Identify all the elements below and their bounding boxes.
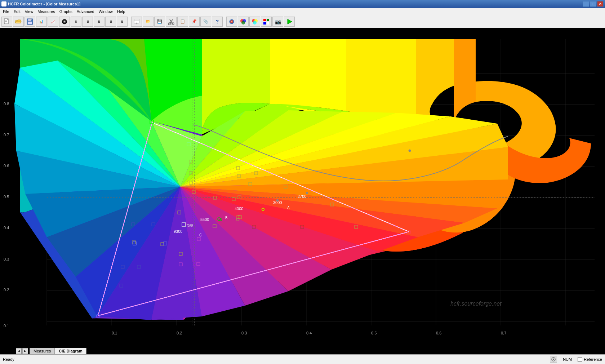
svg-text:0.7: 0.7 xyxy=(4,133,9,137)
svg-text:D65: D65 xyxy=(187,224,193,228)
svg-text:B: B xyxy=(225,216,228,220)
svg-text:hcfr.sourceforge.net: hcfr.sourceforge.net xyxy=(450,301,502,307)
toolbar-display1[interactable]: 🖥 xyxy=(71,17,81,27)
toolbar-paste2[interactable]: 📎 xyxy=(200,17,211,27)
svg-text:0.1: 0.1 xyxy=(4,324,9,328)
svg-rect-4 xyxy=(5,22,6,22)
toolbar-paste[interactable]: 📌 xyxy=(189,17,200,27)
svg-text:0.1: 0.1 xyxy=(112,331,117,335)
toolbar-cut[interactable] xyxy=(166,17,177,27)
svg-marker-31 xyxy=(288,19,292,24)
svg-rect-8 xyxy=(28,22,32,24)
menu-advanced[interactable]: Advanced xyxy=(75,9,97,14)
settings-icon[interactable] xyxy=(550,356,557,363)
svg-rect-30 xyxy=(267,22,269,25)
toolbar-new[interactable] xyxy=(1,17,12,27)
svg-point-115 xyxy=(306,192,308,194)
svg-text:0.4: 0.4 xyxy=(306,331,312,335)
toolbar-save[interactable] xyxy=(25,17,35,27)
menu-bar: File Edit View Measures Graphs Advanced … xyxy=(0,8,605,15)
menu-graphs[interactable]: Graphs xyxy=(57,9,75,14)
toolbar-recent[interactable]: 📂 xyxy=(143,17,154,27)
menu-help[interactable]: Help xyxy=(115,9,128,14)
svg-text:0.6: 0.6 xyxy=(4,164,9,168)
svg-text:4000: 4000 xyxy=(235,207,243,211)
main-area: 3000 2700 4000 5500 9300 D65 xyxy=(0,28,605,345)
svg-text:0.7: 0.7 xyxy=(501,331,506,335)
menu-edit[interactable]: Edit xyxy=(12,9,23,14)
svg-point-20 xyxy=(231,21,232,22)
tab-cie-diagram[interactable]: CIE Diagram xyxy=(55,348,86,354)
svg-rect-11 xyxy=(134,19,139,23)
tabs-area: ◄ ► Measures CIE Diagram xyxy=(0,346,86,354)
svg-rect-3 xyxy=(5,21,7,22)
svg-point-13 xyxy=(136,23,137,24)
reference-checkbox[interactable] xyxy=(578,357,582,362)
svg-point-134 xyxy=(553,359,554,360)
svg-text:0.8: 0.8 xyxy=(4,102,9,106)
status-text: Ready xyxy=(3,357,14,361)
tab-measures[interactable]: Measures xyxy=(30,348,55,354)
toolbar-colors3[interactable] xyxy=(261,17,272,27)
svg-point-116 xyxy=(409,150,411,152)
toolbar-probe[interactable] xyxy=(226,17,237,27)
num-lock-indicator: NUM xyxy=(563,357,572,361)
svg-text:5500: 5500 xyxy=(200,217,209,222)
toolbar-display3[interactable]: 🖥 xyxy=(94,17,104,27)
nav-first[interactable]: ◄ xyxy=(16,348,22,354)
cie-diagram: 3000 2700 4000 5500 9300 D65 xyxy=(0,28,605,345)
toolbar: 📊 📈 🖥 🖥 🖥 🖥 🖥 📂 💾 📋 📌 📎 ? 📷 xyxy=(0,15,605,28)
window-title: HCFR Colorimeter - [Color Measures1] xyxy=(8,2,80,6)
menu-file[interactable]: File xyxy=(1,9,12,14)
svg-point-10 xyxy=(62,19,67,24)
svg-text:2700: 2700 xyxy=(298,194,306,199)
svg-point-23 xyxy=(241,21,245,25)
toolbar-display2[interactable]: 🖥 xyxy=(82,17,93,27)
app-icon xyxy=(1,1,6,6)
svg-text:0.3: 0.3 xyxy=(241,331,247,335)
svg-text:A: A xyxy=(287,206,290,210)
svg-rect-28 xyxy=(267,19,269,21)
svg-point-26 xyxy=(253,21,257,25)
svg-text:0.6: 0.6 xyxy=(436,331,441,335)
toolbar-graph1[interactable]: 📊 xyxy=(36,17,47,27)
svg-rect-2 xyxy=(5,21,7,21)
svg-rect-27 xyxy=(263,19,266,21)
toolbar-colors2[interactable] xyxy=(249,17,260,27)
svg-rect-7 xyxy=(31,19,32,20)
reference-label: Reference xyxy=(584,357,602,361)
close-button[interactable]: ✕ xyxy=(597,1,604,7)
toolbar-graph2[interactable]: 📈 xyxy=(48,17,58,27)
minimize-button[interactable]: ─ xyxy=(583,1,589,7)
toolbar-display4[interactable]: 🖥 xyxy=(105,17,116,27)
toolbar-savefile[interactable]: 💾 xyxy=(154,17,165,27)
menu-view[interactable]: View xyxy=(23,9,36,14)
toolbar-help[interactable]: ? xyxy=(212,17,223,27)
svg-text:9300: 9300 xyxy=(174,229,182,234)
toolbar-copy[interactable]: 📋 xyxy=(177,17,188,27)
toolbar-camera[interactable]: 📷 xyxy=(272,17,283,27)
menu-measures[interactable]: Measures xyxy=(35,9,57,14)
nav-last[interactable]: ► xyxy=(22,348,28,354)
toolbar-display5[interactable]: 🖥 xyxy=(117,17,128,27)
svg-text:0.2: 0.2 xyxy=(4,288,9,292)
svg-text:0.5: 0.5 xyxy=(371,331,377,335)
title-bar: HCFR Colorimeter - [Color Measures1] ─ □… xyxy=(0,0,605,8)
svg-text:0.5: 0.5 xyxy=(4,195,9,199)
maximize-button[interactable]: □ xyxy=(590,1,596,7)
svg-rect-29 xyxy=(263,22,266,25)
svg-text:0.2: 0.2 xyxy=(177,331,182,335)
svg-text:0.3: 0.3 xyxy=(4,257,9,261)
svg-text:C: C xyxy=(199,233,202,237)
svg-point-114 xyxy=(276,199,279,201)
toolbar-play[interactable] xyxy=(284,17,295,27)
window-controls: ─ □ ✕ xyxy=(583,1,604,7)
toolbar-open[interactable] xyxy=(13,17,24,27)
toolbar-colors1[interactable] xyxy=(238,17,249,27)
toolbar-colorwheel[interactable] xyxy=(59,17,70,27)
svg-rect-6 xyxy=(28,19,31,21)
toolbar-open2[interactable] xyxy=(131,17,142,27)
svg-text:0.4: 0.4 xyxy=(4,226,9,230)
menu-window[interactable]: Window xyxy=(97,9,115,14)
status-bar: Ready NUM Reference xyxy=(0,354,605,364)
